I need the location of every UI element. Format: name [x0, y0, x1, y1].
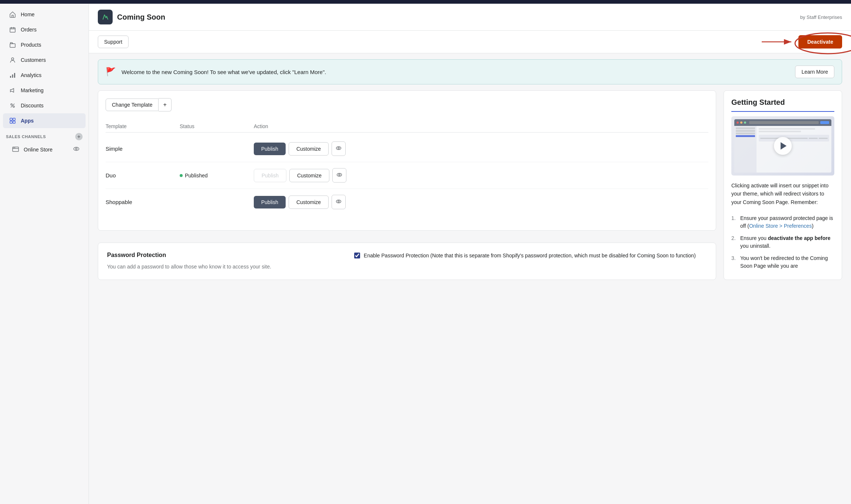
action-group-simple: Publish Customize	[254, 141, 708, 156]
main-content: Coming Soon by Staff Enterprises Support	[89, 4, 851, 504]
gs-list-item: Ensure your password protected page is o…	[731, 212, 834, 232]
svg-rect-3	[10, 76, 11, 78]
publish-button-shoppable[interactable]: Publish	[254, 196, 286, 208]
app-header-left: Coming Soon	[98, 10, 165, 24]
svg-point-7	[13, 106, 14, 107]
products-icon	[9, 41, 16, 49]
svg-point-23	[339, 174, 340, 176]
preview-button-shoppable[interactable]	[332, 195, 346, 209]
templates-table: Template Status Action Simple Publish Cu…	[106, 120, 708, 215]
content-area: Change Template + Template Status Action…	[89, 90, 851, 289]
svg-point-25	[338, 201, 339, 202]
discounts-icon	[9, 102, 16, 109]
getting-started-desc: Clicking activate will insert our snippe…	[731, 181, 834, 206]
deactivate-button[interactable]: Deactivate	[798, 35, 842, 49]
sidebar-products-label: Products	[21, 42, 41, 48]
play-button[interactable]	[774, 137, 792, 155]
col-action: Action	[254, 123, 708, 129]
getting-started-title: Getting Started	[731, 98, 834, 112]
password-protection-card: Password Protection You can add a passwo…	[98, 243, 716, 280]
apps-icon	[9, 117, 16, 124]
publish-button-simple[interactable]: Publish	[254, 143, 286, 155]
online-store-label: Online Store	[24, 147, 53, 153]
welcome-banner: 🚩 Welcome to the new Coming Soon! To see…	[98, 59, 842, 84]
svg-rect-1	[10, 44, 15, 47]
orders-icon	[9, 26, 16, 33]
svg-point-16	[76, 148, 77, 150]
table-row: Duo Published Publish Customize	[106, 162, 708, 189]
svg-point-2	[11, 58, 14, 60]
checkbox-label: Enable Password Protection (Note that th…	[364, 252, 696, 260]
sidebar-item-home[interactable]: Home	[3, 7, 86, 22]
banner-flag-icon: 🚩	[106, 67, 116, 77]
customize-button-shoppable[interactable]: Customize	[289, 196, 329, 209]
preferences-link[interactable]: Online Store > Preferences	[749, 223, 812, 229]
sidebar-item-discounts[interactable]: Discounts	[3, 98, 86, 113]
preview-button-simple[interactable]	[332, 141, 346, 156]
col-status: Status	[180, 123, 254, 129]
status-published-label: Published	[185, 173, 208, 178]
preview-button-duo[interactable]	[332, 168, 346, 183]
sidebar-home-label: Home	[21, 11, 34, 17]
sidebar-item-products[interactable]: Products	[3, 37, 86, 52]
sidebar-apps-label: Apps	[21, 118, 34, 124]
customers-icon	[9, 56, 16, 64]
customize-button-duo[interactable]: Customize	[289, 169, 329, 182]
app-icon	[98, 10, 113, 24]
svg-rect-9	[13, 118, 15, 120]
publish-button-duo: Publish	[254, 169, 286, 182]
svg-rect-8	[10, 118, 12, 120]
svg-point-20	[336, 147, 341, 150]
add-template-button[interactable]: +	[159, 98, 171, 111]
top-bar	[0, 0, 851, 4]
svg-rect-10	[10, 121, 12, 123]
support-button[interactable]: Support	[98, 36, 129, 48]
play-triangle	[781, 142, 787, 150]
sidebar-item-orders[interactable]: Orders	[3, 22, 86, 37]
sidebar-item-analytics[interactable]: Analytics	[3, 68, 86, 83]
password-title: Password Protection	[107, 252, 342, 258]
preview-inner	[731, 116, 834, 176]
table-row: Shoppable Publish Customize	[106, 189, 708, 215]
table-header: Template Status Action	[106, 120, 708, 133]
online-store-icon	[12, 145, 19, 154]
sidebar-discounts-label: Discounts	[21, 103, 43, 109]
svg-point-21	[338, 147, 339, 149]
app-by-text: by Staff Enterprises	[800, 14, 842, 20]
checkbox-row: Enable Password Protection (Note that th…	[354, 252, 707, 260]
marketing-icon	[9, 87, 16, 94]
sidebar-item-apps[interactable]: Apps	[3, 113, 86, 128]
svg-rect-11	[13, 121, 15, 123]
analytics-icon	[9, 71, 16, 79]
card-toolbar: Change Template +	[106, 98, 708, 111]
templates-card: Change Template + Template Status Action…	[98, 90, 716, 231]
template-name-duo: Duo	[106, 172, 180, 178]
online-store-visibility-icon[interactable]	[73, 146, 80, 153]
sidebar-item-marketing[interactable]: Marketing	[3, 83, 86, 98]
learn-more-button[interactable]: Learn More	[795, 66, 834, 78]
template-status-duo: Published	[180, 173, 254, 178]
home-icon	[9, 11, 16, 18]
customize-button-simple[interactable]: Customize	[289, 142, 329, 156]
svg-rect-0	[10, 28, 15, 32]
add-sales-channel-button[interactable]: +	[75, 133, 83, 140]
sidebar-item-customers[interactable]: Customers	[3, 53, 86, 67]
svg-point-14	[14, 147, 15, 148]
arrow-annotation	[760, 36, 797, 48]
sidebar-analytics-label: Analytics	[21, 72, 41, 78]
sales-channels-section: SALES CHANNELS +	[0, 128, 89, 142]
change-template-button[interactable]: Change Template	[106, 99, 159, 111]
getting-started-card: Getting Started	[724, 90, 842, 280]
banner-message: Welcome to the new Coming Soon! To see w…	[122, 69, 789, 75]
getting-started-list: Ensure your password protected page is o…	[731, 212, 834, 272]
table-row: Simple Publish Customize	[106, 136, 708, 162]
sidebar-item-online-store[interactable]: Online Store	[3, 142, 86, 157]
sales-channels-label: SALES CHANNELS	[6, 134, 46, 139]
left-column: Change Template + Template Status Action…	[98, 90, 716, 280]
enable-password-checkbox[interactable]	[354, 253, 360, 258]
svg-point-15	[74, 147, 79, 151]
toolbar: Support Deactivate	[89, 31, 851, 53]
getting-started-preview	[731, 116, 834, 176]
svg-point-13	[13, 147, 14, 148]
svg-rect-5	[14, 73, 15, 78]
